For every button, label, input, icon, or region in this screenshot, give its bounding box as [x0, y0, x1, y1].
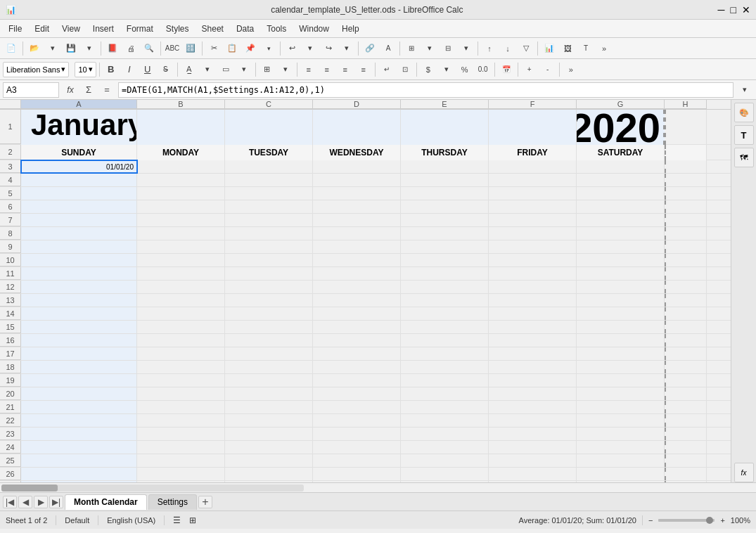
- cell-a5[interactable]: [21, 187, 137, 200]
- cell-f23[interactable]: [489, 428, 577, 440]
- cell-e4[interactable]: [401, 174, 489, 186]
- cell-b9[interactable]: [137, 240, 225, 253]
- col-button[interactable]: ⊞: [403, 40, 420, 57]
- cell-d6[interactable]: [313, 200, 401, 213]
- cell-d12[interactable]: [313, 281, 401, 293]
- formula-input[interactable]: =DATE(G1,MATCH(A1,$Settings.A1:A12,0),1): [118, 82, 733, 98]
- cell-c18[interactable]: [225, 361, 313, 373]
- autocorrect-button[interactable]: 🔠: [182, 40, 199, 57]
- cell-b13[interactable]: [137, 294, 225, 307]
- cell-h25[interactable]: [665, 454, 707, 467]
- cut-button[interactable]: ✂: [205, 40, 222, 57]
- cell-a21[interactable]: [21, 401, 137, 413]
- cell-c19[interactable]: [225, 374, 313, 387]
- sort-desc-button[interactable]: ↓: [499, 40, 516, 57]
- cell-b5[interactable]: [137, 187, 225, 200]
- cell-g2[interactable]: SATURDAY: [577, 145, 665, 160]
- function-wizard-button[interactable]: fx: [62, 82, 79, 98]
- cell-d17[interactable]: [313, 347, 401, 360]
- open-dropdown[interactable]: ▾: [44, 40, 61, 57]
- cell-e18[interactable]: [401, 361, 489, 373]
- menu-styles[interactable]: Styles: [160, 22, 195, 36]
- cell-c7[interactable]: [225, 214, 313, 226]
- cell-b23[interactable]: [137, 428, 225, 440]
- cell-f21[interactable]: [489, 401, 577, 413]
- cell-c25[interactable]: [225, 454, 313, 467]
- cell-a4[interactable]: [21, 174, 137, 186]
- cell-f20[interactable]: [489, 387, 577, 400]
- cell-c14[interactable]: [225, 307, 313, 320]
- cell-g14[interactable]: [577, 307, 665, 320]
- cell-e26[interactable]: [401, 468, 489, 480]
- cell-g27[interactable]: [577, 481, 665, 482]
- cell-g25[interactable]: [577, 454, 665, 467]
- cell-a19[interactable]: [21, 374, 137, 387]
- paste-button[interactable]: 📌: [242, 40, 259, 57]
- cell-f8[interactable]: [489, 227, 577, 240]
- cell-d20[interactable]: [313, 387, 401, 400]
- border-dropdown[interactable]: ▾: [277, 61, 294, 78]
- cell-a11[interactable]: [21, 267, 137, 280]
- col-header-a[interactable]: A: [21, 100, 137, 109]
- tab-month-calendar[interactable]: Month Calendar: [65, 494, 147, 510]
- cell-e12[interactable]: [401, 281, 489, 293]
- cell-h15[interactable]: [665, 321, 707, 333]
- cell-c24[interactable]: [225, 441, 313, 454]
- font-color-dropdown[interactable]: ▾: [199, 61, 216, 78]
- currency-dropdown[interactable]: ▾: [438, 61, 455, 78]
- col-header-h[interactable]: H: [665, 100, 707, 109]
- cell-e1[interactable]: [401, 110, 489, 145]
- font-color-button[interactable]: A̲: [181, 61, 198, 78]
- cell-g4[interactable]: [577, 174, 665, 186]
- cell-g17[interactable]: [577, 347, 665, 360]
- col-header-c[interactable]: C: [225, 100, 313, 109]
- cell-e5[interactable]: [401, 187, 489, 200]
- cell-d7[interactable]: [313, 214, 401, 226]
- cell-h27[interactable]: [665, 481, 707, 482]
- menu-insert[interactable]: Insert: [87, 22, 120, 36]
- cell-e25[interactable]: [401, 454, 489, 467]
- menu-help[interactable]: Help: [336, 22, 365, 36]
- cell-h8[interactable]: [665, 227, 707, 240]
- menu-tools[interactable]: Tools: [261, 22, 292, 36]
- paste-special-button[interactable]: ▾: [260, 40, 277, 57]
- cell-h6[interactable]: [665, 200, 707, 213]
- cell-c1[interactable]: [225, 110, 313, 145]
- cell-a10[interactable]: [21, 254, 137, 266]
- more-button[interactable]: »: [596, 40, 613, 57]
- cell-h18[interactable]: [665, 361, 707, 373]
- cell-a14[interactable]: [21, 307, 137, 320]
- export-pdf-button[interactable]: 📕: [104, 40, 121, 57]
- save-button[interactable]: 💾: [63, 40, 79, 57]
- cell-e10[interactable]: [401, 254, 489, 266]
- cell-c3[interactable]: [225, 160, 313, 173]
- cell-d3[interactable]: [313, 160, 401, 173]
- grid-scroll-area[interactable]: A B C D E F G H 1 January: [0, 100, 731, 482]
- cell-e17[interactable]: [401, 347, 489, 360]
- cell-reference-box[interactable]: A3: [3, 82, 59, 98]
- border-button[interactable]: ⊞: [259, 61, 276, 78]
- cell-e15[interactable]: [401, 321, 489, 333]
- new-button[interactable]: 📄: [3, 40, 20, 57]
- cell-c9[interactable]: [225, 240, 313, 253]
- filter-button[interactable]: ▽: [518, 40, 534, 57]
- menu-sheet[interactable]: Sheet: [196, 22, 229, 36]
- cell-a27[interactable]: [21, 481, 137, 482]
- menu-format[interactable]: Format: [121, 22, 159, 36]
- cell-b2[interactable]: MONDAY: [137, 145, 225, 160]
- cell-d13[interactable]: [313, 294, 401, 307]
- view-normal-icon[interactable]: ☰: [173, 515, 181, 525]
- cell-a13[interactable]: [21, 294, 137, 307]
- align-left-button[interactable]: ≡: [300, 61, 317, 78]
- cell-d18[interactable]: [313, 361, 401, 373]
- cell-d8[interactable]: [313, 227, 401, 240]
- cell-a1[interactable]: January: [21, 110, 137, 145]
- col-header-d[interactable]: D: [313, 100, 401, 109]
- close-button[interactable]: ✕: [742, 4, 750, 15]
- wrap-button[interactable]: ↵: [378, 61, 395, 78]
- cell-d27[interactable]: [313, 481, 401, 482]
- cell-b6[interactable]: [137, 200, 225, 213]
- cell-c17[interactable]: [225, 347, 313, 360]
- justify-button[interactable]: ≡: [355, 61, 372, 78]
- open-button[interactable]: 📂: [26, 40, 43, 57]
